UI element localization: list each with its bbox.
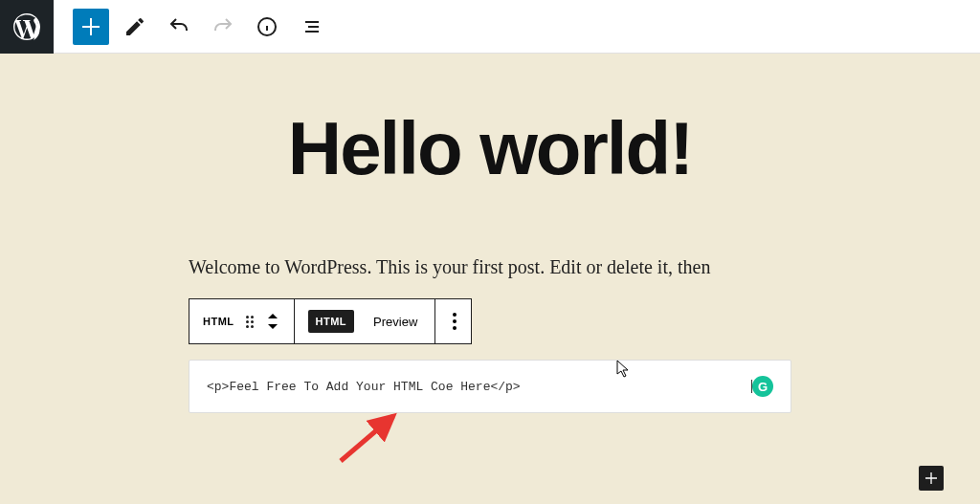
chevron-down-icon: [265, 321, 280, 331]
more-options-button[interactable]: [441, 299, 468, 343]
svg-point-8: [453, 326, 457, 330]
info-button[interactable]: [249, 9, 285, 45]
pencil-icon: [123, 15, 146, 38]
html-code-input[interactable]: <p>Feel Free To Add Your HTML Coe Here</…: [207, 380, 752, 394]
add-block-button[interactable]: [73, 9, 109, 45]
block-toolbar: HTML HTML Preview: [189, 298, 472, 344]
plus-icon: [79, 15, 102, 38]
undo-icon: [167, 15, 190, 38]
block-movers[interactable]: [257, 299, 288, 343]
outline-icon: [300, 15, 323, 38]
drag-handle[interactable]: [242, 299, 257, 343]
post-title[interactable]: Hello world!: [288, 111, 692, 186]
list-view-button[interactable]: [293, 9, 329, 45]
html-mode-button[interactable]: HTML: [301, 299, 363, 343]
floating-add-block-button[interactable]: [919, 466, 944, 491]
svg-point-6: [453, 313, 457, 317]
undo-button[interactable]: [161, 9, 197, 45]
editor-toolbar: [0, 0, 980, 54]
preview-mode-button[interactable]: Preview: [362, 299, 429, 343]
svg-point-7: [453, 319, 457, 323]
redo-icon: [212, 15, 234, 38]
grammarly-badge[interactable]: G: [752, 376, 773, 397]
more-vertical-icon: [453, 313, 457, 330]
tools-button[interactable]: [117, 9, 153, 45]
editor-content: Hello world! Welcome to WordPress. This …: [0, 54, 980, 432]
post-paragraph[interactable]: Welcome to WordPress. This is your first…: [189, 252, 791, 281]
info-icon: [256, 15, 278, 38]
plus-icon: [924, 471, 939, 486]
custom-html-block[interactable]: <p>Feel Free To Add Your HTML Coe Here</…: [189, 360, 791, 413]
chevron-up-icon: [265, 312, 280, 321]
block-type-label: HTML: [203, 316, 234, 327]
block-type-button[interactable]: HTML: [195, 299, 242, 343]
wordpress-icon: [13, 13, 40, 40]
redo-button[interactable]: [205, 9, 241, 45]
wordpress-logo[interactable]: [0, 0, 54, 54]
